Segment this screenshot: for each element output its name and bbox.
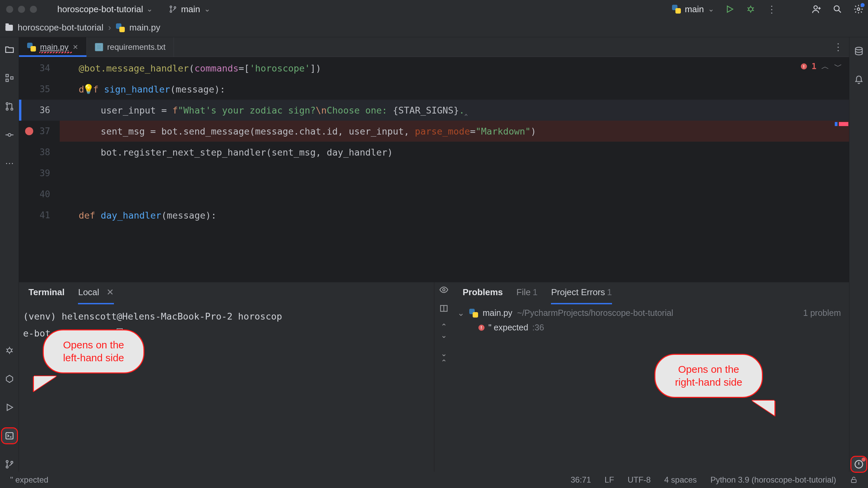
window-controls [4,6,37,13]
code-with-me-icon[interactable] [811,4,822,15]
tab-more-icon[interactable]: ⋮ [827,37,849,57]
code-editor[interactable]: 3435363738394041 @bot.message_handler(co… [19,57,849,282]
tab-filename: main.py [40,42,68,52]
services-tool-icon[interactable] [2,371,17,386]
svg-rect-8 [6,75,8,77]
code-line[interactable]: user_input = f"What's your zodiac sign?\… [60,100,849,121]
svg-marker-17 [7,404,13,411]
close-window-icon[interactable] [6,6,13,13]
code-line[interactable] [60,184,849,205]
interpreter[interactable]: Python 3.9 (horoscope-bot-tutorial) [710,475,836,485]
svg-marker-16 [6,375,13,383]
chevron-down-icon: ⌄ [204,5,210,14]
line-number: 34 [19,58,60,79]
vcs-tool-icon[interactable] [2,457,17,472]
problems-list[interactable]: ⌄ main.py ~/PycharmProjects/horoscope-bo… [453,304,849,472]
notifications-tool-icon[interactable] [851,73,866,87]
error-stripe-icon[interactable] [839,122,848,126]
code-line[interactable] [60,163,849,184]
code-area[interactable]: @bot.message_handler(commands=['horoscop… [60,57,849,282]
error-icon: ! [801,63,807,69]
svg-point-15 [7,348,12,352]
svg-point-6 [834,6,839,11]
code-line[interactable]: d💡f sign_handler(message): [60,79,849,100]
breadcrumb-file[interactable]: main.py [130,22,160,33]
search-icon[interactable] [832,4,843,15]
problems-tool-icon[interactable] [851,457,866,472]
terminal-session-tab[interactable]: Local ✕ [78,287,114,300]
problems-item-text: " expected [489,323,528,332]
collapse-all-icon[interactable]: ⌄⌃ [441,349,447,367]
caret-position[interactable]: 36:71 [571,475,591,485]
svg-point-14 [8,134,11,136]
chevron-down-icon[interactable]: ⌄ [457,308,465,318]
debug-tool-icon[interactable] [2,343,17,358]
more-icon[interactable]: ⋮ [766,4,777,15]
close-icon[interactable]: ✕ [73,43,78,51]
vcs-branch-dropdown[interactable]: main ⌄ [169,4,210,15]
expand-all-icon[interactable]: ⌃⌄ [441,322,447,340]
debug-button[interactable] [745,4,756,15]
chevron-down-icon: ⌄ [146,5,153,14]
svg-point-7 [857,8,860,11]
editor-tab-requirements[interactable]: requirements.txt [87,37,174,57]
intention-bulb-icon[interactable]: 💡 [84,85,93,94]
code-line[interactable]: @bot.message_handler(commands=['horoscop… [60,58,849,79]
side-by-side-icon[interactable] [439,304,448,313]
error-badge-icon [862,458,866,462]
pull-requests-tool-icon[interactable] [2,99,17,114]
terminal-title[interactable]: Terminal [28,287,64,300]
terminal-tool-window: Terminal Local ✕ (venv) helenscott@Helen… [19,282,434,472]
problems-title[interactable]: Problems [463,287,503,300]
editor-tab-main[interactable]: main.py ✕ [19,37,87,57]
line-number: 41 [19,205,60,226]
python-icon [116,23,125,32]
run-tool-icon[interactable] [2,400,17,415]
svg-point-11 [6,103,8,105]
problems-item[interactable]: ! " expected :36 [457,323,847,332]
problems-tab-project-errors[interactable]: Project Errors1 [551,287,612,300]
run-config-dropdown[interactable]: main ⌄ [672,4,714,15]
problems-tab-file[interactable]: File1 [516,287,537,300]
svg-point-5 [814,6,817,9]
callout-tail-icon [752,401,774,415]
caret-stripe-icon [835,122,837,126]
minimize-window-icon[interactable] [18,6,25,13]
settings-icon[interactable] [853,4,864,15]
error-count: 1 [812,62,816,71]
more-tools-icon[interactable]: ⋯ [2,156,17,171]
project-dropdown[interactable]: horoscope-bot-tutorial ⌄ [57,4,153,15]
terminal-tool-icon[interactable] [2,428,17,443]
problems-file-row[interactable]: ⌄ main.py ~/PycharmProjects/horoscope-bo… [457,308,847,318]
zoom-window-icon[interactable] [30,6,37,13]
run-button[interactable] [724,4,735,15]
code-line[interactable]: def day_handler(message): [60,205,849,226]
close-icon[interactable]: ✕ [106,287,114,297]
svg-rect-10 [11,77,13,79]
lock-icon[interactable] [850,476,858,484]
view-options-icon[interactable] [439,285,449,294]
indent-settings[interactable]: 4 spaces [664,475,697,485]
text-file-icon [95,43,103,51]
breadcrumb-project[interactable]: horoscope-bot-tutorial [18,22,103,33]
run-config-name: main [685,4,704,15]
prev-highlight-icon[interactable]: ︿ [821,61,829,72]
next-highlight-icon[interactable]: ﹀ [834,61,842,72]
database-tool-icon[interactable] [851,44,866,59]
problems-item-location: :36 [532,323,544,332]
svg-point-20 [6,466,8,468]
line-separator[interactable]: LF [605,475,614,485]
inspection-widget[interactable]: ! 1 ︿ ﹀ [801,61,842,72]
svg-point-4 [749,7,753,11]
project-tool-icon[interactable] [2,42,17,57]
code-line[interactable]: sent_msg = bot.send_message(message.chat… [60,121,849,142]
commit-tool-icon[interactable] [2,127,17,142]
editor-tabs: main.py ✕ requirements.txt ⋮ [19,37,849,57]
structure-tool-icon[interactable] [2,70,17,85]
file-encoding[interactable]: UTF-8 [628,475,651,485]
problems-file-count: 1 problem [803,308,846,318]
code-line[interactable]: bot.register_next_step_handler(sent_msg,… [60,142,849,163]
python-icon [27,43,36,52]
breakpoint-icon[interactable] [25,127,33,135]
svg-rect-9 [6,79,8,82]
